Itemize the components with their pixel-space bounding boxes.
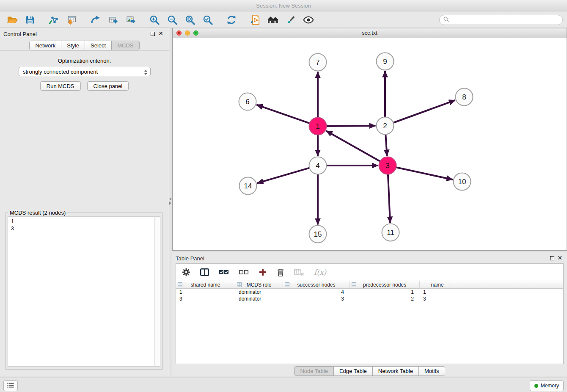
zoom-in-button[interactable] [146, 13, 163, 27]
cell-successor-nodes[interactable]: 3 [283, 296, 350, 302]
node-1[interactable]: 1 [309, 118, 327, 135]
tab-select[interactable]: Select [85, 41, 112, 50]
cell-MCDS-role[interactable]: dominator [235, 289, 283, 295]
eye-icon [303, 16, 314, 24]
sort-table-icon [237, 282, 242, 287]
zoom-window-button[interactable]: + [193, 30, 198, 36]
edge-2-8[interactable] [393, 100, 455, 123]
edge-3-10[interactable] [396, 167, 453, 179]
tab-strip-divider [0, 50, 169, 51]
main-toolbar [0, 12, 567, 28]
criterion-dropdown[interactable]: strongly connected component [19, 67, 151, 76]
node-4[interactable]: 4 [309, 157, 327, 174]
export-image-icon [126, 15, 136, 25]
export-network-button[interactable] [86, 13, 104, 27]
cell-name[interactable]: 3 [420, 296, 455, 302]
edge-1-2[interactable] [327, 126, 376, 126]
run-mcds-button[interactable]: Run MCDS [40, 81, 81, 91]
node-9[interactable]: 9 [377, 53, 394, 70]
table-row[interactable]: 3dominator323 [176, 295, 563, 302]
edge-2-3[interactable] [385, 135, 387, 156]
import-network-button[interactable] [45, 13, 63, 27]
result-scrollbar[interactable] [154, 216, 160, 367]
search-field[interactable] [439, 15, 563, 25]
node-2[interactable]: 2 [377, 117, 394, 135]
splitter-collapse-icons[interactable] [169, 196, 171, 206]
task-history-button[interactable] [3, 380, 18, 391]
tab-mcds[interactable]: MCDS [112, 41, 139, 50]
close-table-panel-icon[interactable]: ✕ [557, 254, 562, 261]
column-header-label: MCDS role [247, 282, 272, 288]
network-graph-canvas[interactable]: 7968124314101511 [173, 38, 567, 250]
zoom-out-button[interactable] [163, 13, 181, 27]
cell-predecessor-nodes[interactable]: 1 [350, 289, 420, 295]
node-6[interactable]: 6 [239, 93, 256, 110]
node-11[interactable]: 11 [382, 224, 399, 241]
close-panel-icon[interactable]: ✕ [158, 30, 163, 37]
cell-MCDS-role[interactable]: dominator [235, 296, 283, 302]
split-panel-icon[interactable] [200, 268, 209, 276]
network-window-titlebar[interactable]: ✕ − + scc.txt [173, 28, 567, 38]
zoom-fit-button[interactable] [181, 13, 199, 27]
zoom-selected-button[interactable] [199, 13, 217, 27]
edge-4-14[interactable] [257, 168, 310, 183]
node-15[interactable]: 15 [309, 226, 327, 243]
column-header-shared-name[interactable]: shared name [176, 281, 235, 288]
eye-button[interactable] [300, 13, 317, 27]
cell-successor-nodes[interactable]: 4 [283, 289, 350, 295]
zoom-out-icon [167, 14, 178, 25]
cell-shared-name[interactable]: 3 [176, 296, 235, 302]
node-3[interactable]: 3 [379, 157, 396, 174]
close-window-button[interactable]: ✕ [176, 30, 182, 36]
node-label: 2 [383, 122, 387, 130]
node-7[interactable]: 7 [309, 54, 327, 71]
float-table-panel-icon[interactable] [550, 256, 554, 260]
node-10[interactable]: 10 [454, 173, 471, 190]
panel-splitter[interactable] [169, 28, 172, 376]
fx-function-icon[interactable]: f(x) [314, 268, 326, 276]
cell-predecessor-nodes[interactable]: 2 [350, 296, 420, 302]
tab-network[interactable]: Network [29, 41, 61, 50]
edge-1-6[interactable] [256, 105, 309, 123]
delete-column-icon[interactable] [277, 268, 284, 276]
save-session-button[interactable] [21, 13, 39, 27]
tab-node-table[interactable]: Node Table [294, 366, 334, 376]
export-image-button[interactable] [122, 13, 140, 27]
node-8[interactable]: 8 [456, 88, 473, 106]
gear-icon[interactable] [182, 268, 190, 276]
edge-3-1[interactable] [326, 131, 380, 161]
cell-shared-name[interactable]: 1 [176, 289, 235, 295]
select-all-icon[interactable] [219, 269, 229, 276]
node-label: 11 [387, 229, 394, 237]
cell-name[interactable]: 1 [420, 289, 455, 295]
window-title-bar[interactable]: Session: New Session [0, 0, 567, 12]
close-panel-button[interactable]: Close panel [87, 81, 129, 91]
tab-motifs[interactable]: Motifs [419, 366, 445, 376]
node-14[interactable]: 14 [239, 177, 257, 195]
edge-3-11[interactable] [388, 174, 390, 223]
import-table-button[interactable] [63, 13, 80, 27]
delete-table-icon[interactable] [294, 268, 304, 276]
open-session-button[interactable] [3, 13, 21, 27]
network-doc-button[interactable] [246, 13, 264, 27]
export-table-button[interactable] [104, 13, 122, 27]
column-header-MCDS-role[interactable]: MCDS role [235, 281, 283, 288]
style-brush-button[interactable] [282, 13, 300, 27]
column-header-name[interactable]: name [420, 281, 455, 288]
tab-style[interactable]: Style [61, 41, 85, 50]
zoom-fit-icon [184, 14, 195, 25]
column-header-successor-nodes[interactable]: successor nodes [283, 281, 350, 288]
float-panel-icon[interactable] [151, 32, 155, 36]
add-column-icon[interactable] [259, 268, 267, 276]
sort-table-icon [352, 282, 356, 287]
table-row[interactable]: 1dominator411 [176, 289, 563, 295]
column-header-predecessor-nodes[interactable]: predecessor nodes [350, 281, 420, 288]
refresh-button[interactable] [223, 13, 240, 27]
home-button[interactable] [264, 13, 282, 27]
search-input[interactable] [451, 17, 559, 24]
memory-button[interactable]: Memory [530, 380, 564, 391]
tab-network-table[interactable]: Network Table [373, 366, 419, 376]
minimize-window-button[interactable]: − [185, 30, 190, 36]
tab-edge-table[interactable]: Edge Table [334, 366, 373, 376]
unselect-all-icon[interactable] [239, 269, 249, 276]
